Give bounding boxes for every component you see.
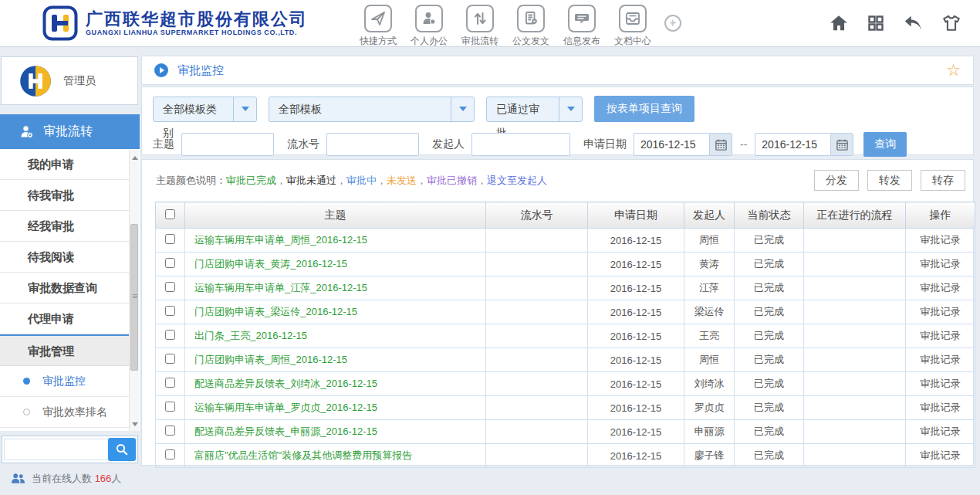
row-checkbox[interactable]	[165, 258, 175, 268]
subject-link[interactable]: 运输车辆用车申请单_江萍_2016-12-15	[194, 282, 367, 293]
approval-record-link[interactable]: 审批记录	[921, 425, 961, 437]
sidebar-section-approval-flow[interactable]: 审批流转	[0, 114, 140, 149]
nav-item-official-docs[interactable]: 公文发文	[505, 5, 556, 48]
subject-link[interactable]: 配送商品差异反馈表_刘绮冰_2016-12-15	[194, 378, 377, 389]
legend-item-in-approval: 审批中	[346, 174, 377, 188]
company-logo-icon	[42, 5, 78, 41]
nav-item-approval-flow[interactable]: 审批流转	[455, 5, 505, 48]
select-all-checkbox[interactable]	[165, 209, 175, 219]
home-icon[interactable]	[829, 13, 849, 33]
nav-item-doc-center[interactable]: 文档中心	[607, 5, 658, 48]
table-row: 运输车辆用车申请单_周恒_2016-12-15 2016-12-15 周恒 已完…	[156, 229, 975, 253]
date-from-input[interactable]	[634, 133, 709, 156]
serial-input[interactable]	[326, 133, 419, 156]
title-bullet-icon	[154, 63, 168, 77]
template-category-dropdown[interactable]: 全部模板类别	[153, 97, 257, 122]
row-checkbox[interactable]	[165, 234, 175, 244]
archive-button[interactable]: 转存	[921, 170, 965, 191]
col-serial: 流水号	[486, 202, 588, 229]
sidebar-item-pending-my-reading[interactable]: 待我阅读	[0, 242, 130, 273]
subject-link[interactable]: 门店团购申请表_周恒_2016-12-15	[194, 354, 347, 365]
approval-record-link[interactable]: 审批记录	[921, 330, 961, 341]
scroll-down-icon[interactable]	[132, 422, 138, 426]
speech-bubble-icon	[573, 10, 590, 27]
subject-link[interactable]: 门店团购申请表_梁运伶_2016-12-15	[194, 306, 357, 317]
sidebar-search-button[interactable]	[108, 438, 136, 461]
table-row: 运输车辆用车申请单_罗贞贞_2016-12-15 2016-12-15 罗贞贞 …	[156, 396, 975, 420]
approval-record-link[interactable]: 审批记录	[921, 258, 961, 270]
forward-button[interactable]: 转发	[867, 170, 912, 191]
back-icon[interactable]	[903, 13, 924, 34]
theme-shirt-icon[interactable]	[941, 13, 961, 33]
approval-record-link[interactable]: 审批记录	[921, 306, 961, 317]
search-icon	[115, 442, 129, 456]
col-status: 当前状态	[735, 202, 804, 229]
add-module-button[interactable]: +	[664, 15, 681, 32]
row-checkbox[interactable]	[165, 306, 175, 316]
col-date: 申请日期	[588, 202, 684, 229]
date-to-input[interactable]	[755, 133, 830, 156]
legend-item-unsent: 未发送	[387, 174, 417, 188]
sidebar-section-approval-management[interactable]: 审批管理	[0, 334, 130, 366]
favorite-star-icon[interactable]: ☆	[946, 63, 961, 78]
table-row: 运输车辆用车申请单_江萍_2016-12-15 2016-12-15 江萍 已完…	[156, 276, 975, 300]
approval-record-link[interactable]: 审批记录	[921, 234, 961, 246]
initiator-label: 发起人	[432, 137, 465, 151]
form-item-query-button[interactable]: 按表单项目查询	[594, 96, 694, 122]
row-checkbox[interactable]	[165, 354, 175, 364]
scroll-up-icon[interactable]	[132, 156, 138, 160]
approval-record-link[interactable]: 审批记录	[921, 378, 961, 389]
approval-table: 主题 流水号 申请日期 发起人 当前状态 正在进行的流程 操作 运输车辆用车申请…	[155, 202, 975, 468]
row-checkbox[interactable]	[165, 449, 175, 459]
sidebar-item-approval-efficiency-ranking[interactable]: 审批效率排名	[0, 397, 130, 428]
calendar-icon[interactable]	[830, 133, 853, 156]
chevron-down-icon[interactable]	[451, 97, 474, 121]
subject-link[interactable]: 运输车辆用车申请单_周恒_2016-12-15	[194, 234, 367, 246]
subject-link[interactable]: 富丽店"优品生活馆"装修及其他调整费用预算报告	[194, 449, 412, 461]
row-checkbox[interactable]	[165, 282, 175, 292]
calendar-icon[interactable]	[709, 133, 732, 156]
chevron-down-icon[interactable]	[233, 97, 256, 121]
idle-dot-icon	[23, 409, 30, 415]
row-checkbox[interactable]	[165, 378, 175, 388]
sidebar-menu: 审批流转 我的申请 待我审批 经我审批 待我阅读 审批数据查询 代理申请 审批管…	[0, 114, 140, 431]
legend-item-rejected: 审批未通过	[286, 174, 336, 188]
sidebar-search-input[interactable]	[4, 439, 108, 460]
apps-grid-icon[interactable]	[867, 14, 885, 32]
distribute-button[interactable]: 分发	[814, 170, 859, 191]
subject-link[interactable]: 出门条_王亮_2016-12-15	[194, 330, 307, 341]
subject-link[interactable]: 门店团购申请表_黄涛_2016-12-15	[194, 258, 347, 270]
template-dropdown[interactable]: 全部模板	[269, 97, 475, 122]
row-checkbox[interactable]	[165, 425, 175, 436]
sidebar-item-approved-by-me[interactable]: 经我审批	[0, 211, 130, 242]
approval-record-link[interactable]: 审批记录	[921, 282, 961, 293]
sidebar-item-proxy-application[interactable]: 代理申请	[0, 303, 130, 334]
approval-record-link[interactable]: 审批记录	[921, 449, 961, 461]
chevron-down-icon[interactable]	[559, 97, 582, 121]
subject-input[interactable]	[181, 133, 274, 156]
table-row: 配送商品差异反馈表_刘绮冰_2016-12-15 2016-12-15 刘绮冰 …	[156, 372, 975, 396]
nav-item-shortcuts[interactable]: 快捷方式	[353, 5, 404, 48]
sidebar-item-my-applications[interactable]: 我的申请	[0, 149, 130, 180]
date-from-group	[634, 133, 732, 156]
nav-item-info-publish[interactable]: 信息发布	[556, 5, 607, 48]
document-icon	[522, 10, 539, 27]
nav-item-personal-office[interactable]: 个人办公	[404, 5, 455, 48]
subject-link[interactable]: 配送商品差异反馈表_申丽源_2016-12-15	[194, 425, 377, 437]
approval-record-link[interactable]: 审批记录	[921, 402, 961, 413]
table-row: 出门条_王亮_2016-12-15 2016-12-15 王亮 已完成 审批记录	[156, 324, 975, 348]
apply-date-label: 申请日期	[583, 137, 627, 151]
approval-record-link[interactable]: 审批记录	[921, 354, 961, 365]
sidebar-scrollbar[interactable]	[129, 150, 139, 431]
sidebar-item-pending-my-approval[interactable]: 待我审批	[0, 180, 130, 211]
subject-link[interactable]: 运输车辆用车申请单_罗贞贞_2016-12-15	[194, 402, 377, 413]
scrollbar-thumb[interactable]	[130, 224, 138, 371]
query-button[interactable]: 查询	[863, 132, 907, 157]
table-row: 配送商品差异反馈表_申丽源_2016-12-15 2016-12-15 申丽源 …	[156, 420, 975, 444]
row-checkbox[interactable]	[165, 402, 175, 412]
sidebar-item-approval-monitor[interactable]: 审批监控	[0, 366, 130, 397]
sidebar-item-approval-data-query[interactable]: 审批数据查询	[0, 273, 130, 303]
initiator-input[interactable]	[471, 133, 570, 156]
row-checkbox[interactable]	[165, 330, 175, 340]
approval-status-dropdown[interactable]: 已通过审批	[486, 97, 583, 122]
